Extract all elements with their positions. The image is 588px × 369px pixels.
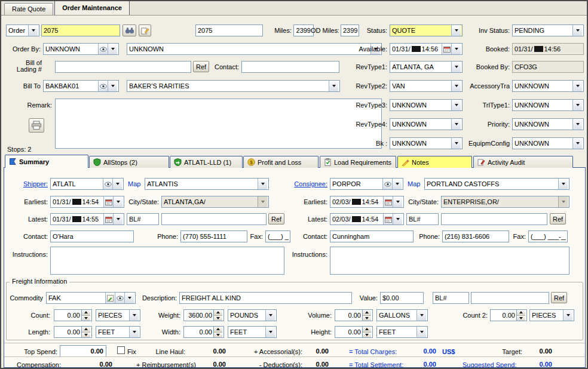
shipper-label[interactable]: Shipper: xyxy=(13,179,48,189)
tab-activity-audit[interactable]: Activity Audit xyxy=(473,156,573,168)
spinner-buttons[interactable] xyxy=(362,310,371,321)
accessorytra-combo[interactable]: UNKNOWN xyxy=(512,80,584,92)
edit-pencil-icon[interactable] xyxy=(105,293,115,303)
dropdown-arrow-icon[interactable] xyxy=(451,138,461,149)
dropdown-arrow-icon[interactable] xyxy=(392,179,402,189)
dropdown-arrow-icon[interactable] xyxy=(113,196,122,207)
count2-unit-combo[interactable]: PIECES xyxy=(529,309,574,321)
tab-load-requirements[interactable]: Load Requirements xyxy=(320,156,396,168)
consignee-bl-input[interactable] xyxy=(441,213,547,225)
tab-order-maintenance[interactable]: Order Maintenance xyxy=(54,1,130,15)
dropdown-arrow-icon[interactable] xyxy=(129,327,139,337)
dropdown-arrow-icon[interactable] xyxy=(265,327,275,337)
dropdown-arrow-icon[interactable] xyxy=(393,214,402,225)
status-combo[interactable]: QUOTE xyxy=(390,24,463,36)
quick-view-eye-icon[interactable] xyxy=(98,81,108,91)
length-input[interactable]: 0.00 xyxy=(54,326,92,338)
height-unit-combo[interactable]: FEET xyxy=(376,326,428,338)
dropdown-arrow-icon[interactable] xyxy=(451,100,461,110)
dropdown-arrow-icon[interactable] xyxy=(558,196,568,207)
revtype4-combo[interactable]: UNKNOWN xyxy=(390,118,463,130)
freight-bl-input[interactable] xyxy=(471,292,549,304)
dropdown-arrow-icon[interactable] xyxy=(124,293,134,303)
count2-input[interactable]: 0.00 xyxy=(490,309,527,321)
edit-order-button[interactable] xyxy=(139,24,151,36)
dropdown-arrow-icon[interactable] xyxy=(451,119,461,130)
dropdown-arrow-icon[interactable] xyxy=(28,25,38,36)
quick-view-eye-icon[interactable] xyxy=(98,44,108,54)
consignee-map-link[interactable]: Map xyxy=(408,179,423,189)
dropdown-arrow-icon[interactable] xyxy=(572,81,582,91)
dropdown-arrow-icon[interactable] xyxy=(258,196,267,207)
shipper-code-combo[interactable]: ATLATL xyxy=(50,178,124,190)
header-contact-input[interactable] xyxy=(241,61,339,73)
commodity-combo[interactable]: FAK xyxy=(46,292,136,304)
calendar-icon[interactable] xyxy=(383,214,393,225)
dropdown-arrow-icon[interactable] xyxy=(113,214,122,225)
dropdown-arrow-icon[interactable] xyxy=(393,196,402,207)
shipper-contact-input[interactable]: O'Hara xyxy=(50,230,134,242)
revtype3-combo[interactable]: UNKNOWN xyxy=(390,99,463,111)
priority-combo[interactable]: UNKNOWN xyxy=(512,118,584,130)
equipmconfig-combo[interactable]: UNKNOWN xyxy=(512,137,584,149)
dropdown-arrow-icon[interactable] xyxy=(329,81,338,91)
width-unit-combo[interactable]: FEET xyxy=(228,326,277,338)
order-by-code-combo[interactable]: UNKNOWN xyxy=(43,43,119,55)
volume-unit-combo[interactable]: GALLONS xyxy=(376,309,428,321)
tab-profit-loss[interactable]: $ Profit and Loss xyxy=(243,156,318,168)
order-type-combo[interactable]: Order xyxy=(6,24,39,36)
calendar-icon[interactable] xyxy=(442,44,451,54)
tab-summary[interactable]: Summary xyxy=(5,155,88,168)
spinner-buttons[interactable] xyxy=(213,310,222,321)
print-button[interactable] xyxy=(29,118,44,133)
spinner-down-icon[interactable] xyxy=(82,316,90,321)
tab-allstops[interactable]: AllStops (2) xyxy=(89,156,169,168)
dropdown-arrow-icon[interactable] xyxy=(558,179,568,189)
shipper-ref-button[interactable]: Ref xyxy=(268,213,284,225)
weight-unit-combo[interactable]: POUNDS xyxy=(228,309,277,321)
remark-textarea[interactable] xyxy=(55,99,382,149)
consignee-code-combo[interactable]: PORPOR xyxy=(330,178,403,190)
consignee-phone-input[interactable]: (216) 831-6606 xyxy=(442,230,509,242)
dropdown-arrow-icon[interactable] xyxy=(416,310,426,321)
dropdown-arrow-icon[interactable] xyxy=(108,44,117,54)
order-ref-input[interactable]: 2075 xyxy=(195,24,263,36)
count-input[interactable]: 0.00 xyxy=(54,309,92,321)
order-number-input[interactable]: 2075 xyxy=(41,24,120,36)
spinner-up-icon[interactable] xyxy=(82,327,90,333)
fix-checkbox[interactable] xyxy=(117,346,125,354)
spinner-buttons[interactable] xyxy=(213,327,222,337)
spinner-up-icon[interactable] xyxy=(517,310,525,316)
volume-input[interactable]: 0.00 xyxy=(335,309,373,321)
quick-view-eye-icon[interactable] xyxy=(103,179,112,189)
count-unit-combo[interactable]: PIECES xyxy=(96,309,140,321)
dropdown-arrow-icon[interactable] xyxy=(258,179,267,189)
order-by-name-combo[interactable]: UNKNOWN xyxy=(127,43,382,55)
dropdown-arrow-icon[interactable] xyxy=(451,61,461,72)
dropdown-arrow-icon[interactable] xyxy=(451,44,461,54)
calendar-icon[interactable] xyxy=(103,196,113,207)
dropdown-arrow-icon[interactable] xyxy=(572,25,582,36)
spinner-down-icon[interactable] xyxy=(214,333,222,338)
top-spend-input[interactable]: 0.00 xyxy=(60,345,106,357)
spinner-buttons[interactable] xyxy=(362,327,371,337)
dropdown-arrow-icon[interactable] xyxy=(572,138,582,149)
spinner-up-icon[interactable] xyxy=(363,327,371,333)
dropdown-arrow-icon[interactable] xyxy=(265,310,275,321)
bk-combo[interactable]: UNKNOWN xyxy=(390,137,463,149)
freight-ref-button[interactable]: Ref xyxy=(551,292,567,303)
spinner-down-icon[interactable] xyxy=(214,316,222,321)
tab-notes[interactable]: Notes xyxy=(397,156,472,168)
tab-route[interactable]: ATLATL-LLD (1) xyxy=(170,156,243,168)
dropdown-arrow-icon[interactable] xyxy=(572,100,582,110)
spinner-buttons[interactable] xyxy=(81,327,90,337)
consignee-label[interactable]: Consignee: xyxy=(290,179,327,189)
bill-to-code-combo[interactable]: BAKBAK01 xyxy=(43,80,119,92)
shipper-name-combo[interactable]: ATLANTIS xyxy=(145,178,269,190)
spinner-up-icon[interactable] xyxy=(82,310,90,316)
tab-rate-quote[interactable]: Rate Quote xyxy=(4,3,53,15)
dropdown-arrow-icon[interactable] xyxy=(416,327,426,337)
shipper-instructions-textarea[interactable] xyxy=(50,247,284,275)
description-input[interactable]: FREIGHT ALL KIND xyxy=(179,292,352,304)
shipper-phone-input[interactable]: (770) 555-1111 xyxy=(180,230,247,242)
